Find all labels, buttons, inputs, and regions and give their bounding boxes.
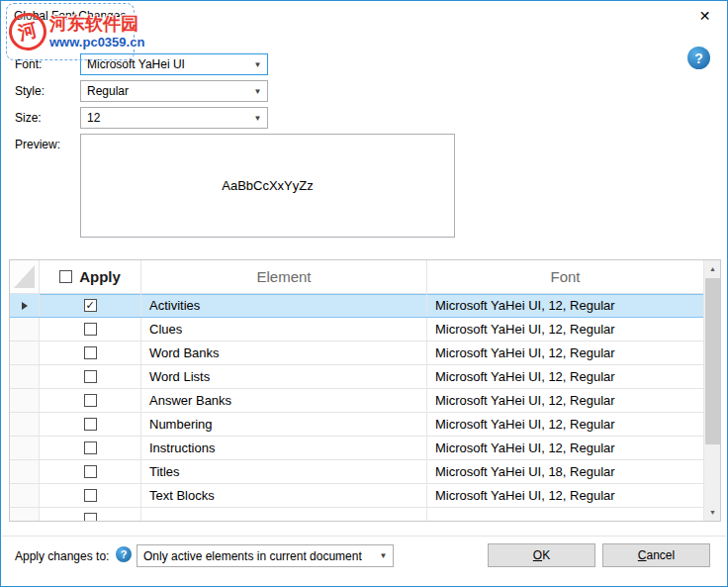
table-row[interactable]: Word BanksMicrosoft YaHei UI, 12, Regula… [10,342,703,365]
apply-cell [40,342,141,364]
watermark-site-name: 河东软件园 [49,14,144,35]
row-header-cell[interactable] [10,294,40,317]
font-cell: Microsoft YaHei UI, 12, Regular [427,342,703,364]
apply-checkbox[interactable] [84,323,97,336]
vertical-scrollbar[interactable]: ▲ ▼ [703,260,720,521]
table-row[interactable]: Text BlocksMicrosoft YaHei UI, 12, Regul… [10,484,703,508]
font-cell: Microsoft YaHei UI, 12, Regular [427,437,703,459]
chevron-down-icon: ▼ [375,546,392,565]
preview-box: AaBbCcXxYyZz [80,134,455,238]
table-row[interactable]: InstructionsMicrosoft YaHei UI, 12, Regu… [10,437,703,460]
apply-scope-value: Only active elements in current document [143,549,362,563]
font-cell: Microsoft YaHei UI, 18, Regular [427,460,703,483]
apply-cell: ✓ [40,294,141,317]
apply-cell [40,460,141,483]
style-select-value: Regular [87,84,129,98]
element-cell: Word Banks [141,342,427,364]
scrollbar-thumb[interactable] [705,278,720,444]
watermark-seal-icon: 河 [5,9,50,54]
apply-checkbox[interactable] [84,394,97,407]
apply-cell [40,484,141,507]
row-header-cell[interactable] [10,437,40,459]
font-cell: Microsoft YaHei UI, 12, Regular [427,484,703,507]
chevron-down-icon: ▼ [249,109,266,127]
font-cell: Microsoft YaHei UI, 12, Regular [427,389,703,412]
table-row[interactable]: TitlesMicrosoft YaHei UI, 18, Regular [10,460,703,484]
apply-checkbox[interactable] [84,465,97,478]
table-row[interactable]: ✓ActivitiesMicrosoft YaHei UI, 12, Regul… [10,294,703,318]
element-cell [141,508,427,521]
row-header-cell[interactable] [10,460,40,483]
preview-label: Preview: [15,138,60,151]
row-header-cell[interactable] [10,389,40,412]
table-row[interactable]: Word ListsMicrosoft YaHei UI, 12, Regula… [10,365,703,389]
apply-checkbox[interactable] [84,489,97,502]
help-icon[interactable]: ? [687,47,710,69]
apply-checkbox[interactable] [84,370,97,383]
size-select-value: 12 [87,111,100,125]
style-label: Style: [15,84,45,98]
size-select[interactable]: 12 ▼ [80,107,268,129]
scope-help-icon[interactable]: ? [116,546,132,562]
scroll-down-icon[interactable]: ▼ [704,504,721,521]
apply-header-label: Apply [79,268,121,285]
apply-checkbox[interactable] [84,418,97,431]
select-all-corner-cell[interactable] [10,260,40,293]
column-header-element[interactable]: Element [141,260,427,293]
table-row[interactable]: Answer BanksMicrosoft YaHei UI, 12, Regu… [10,389,703,413]
font-cell: Microsoft YaHei UI, 12, Regular [427,318,703,341]
apply-cell [40,508,141,521]
cancel-button[interactable]: Cancel [602,543,710,567]
watermark-text: 河东软件园 www.pc0359.cn [49,14,144,49]
row-header-cell[interactable] [10,508,40,521]
apply-checkbox[interactable]: ✓ [84,299,97,312]
font-cell: Microsoft YaHei UI, 12, Regular [427,365,703,388]
apply-cell [40,318,141,341]
corner-triangle-icon [14,265,35,288]
watermark: 河 河东软件园 www.pc0359.cn [6,3,135,60]
table-row[interactable] [10,508,703,521]
footer-divider [2,536,726,537]
apply-all-checkbox[interactable] [59,270,72,283]
table-row[interactable]: CluesMicrosoft YaHei UI, 12, Regular [10,318,703,342]
dialog-global-font-changes: Global Font Changes ✕ 河 河东软件园 www.pc0359… [0,0,728,587]
current-row-arrow-icon [22,302,28,310]
row-header-cell[interactable] [10,365,40,388]
apply-checkbox[interactable] [84,513,97,521]
apply-cell [40,389,141,412]
row-header-cell[interactable] [10,413,40,436]
apply-changes-to-label: Apply changes to: [15,549,109,563]
apply-checkbox[interactable] [84,346,97,359]
ok-rest: K [542,548,550,562]
style-select[interactable]: Regular ▼ [80,80,268,102]
row-header-cell[interactable] [10,318,40,341]
column-header-apply[interactable]: Apply [40,260,141,293]
column-header-font[interactable]: Font [427,260,703,293]
preview-sample-text: AaBbCcXxYyZz [222,178,313,193]
chevron-down-icon: ▼ [249,55,266,73]
table-header-row: Apply Element Font [10,260,703,294]
size-label: Size: [15,111,42,125]
row-header-cell[interactable] [10,484,40,507]
font-elements-table: Apply Element Font ✓ActivitiesMicrosoft … [9,259,721,522]
watermark-seal-char: 河 [16,17,41,47]
element-cell: Word Lists [141,365,427,388]
element-cell: Answer Banks [141,389,427,412]
apply-cell [40,413,141,436]
table-row[interactable]: NumberingMicrosoft YaHei UI, 12, Regular [10,413,703,437]
element-cell: Titles [141,460,427,483]
element-cell: Clues [141,318,427,341]
apply-checkbox[interactable] [84,441,97,454]
ok-accesskey: O [533,548,542,562]
apply-cell [40,437,141,459]
element-cell: Activities [141,294,427,317]
watermark-site-url: www.pc0359.cn [49,35,144,49]
apply-scope-select[interactable]: Only active elements in current document… [136,544,394,567]
scroll-up-icon[interactable]: ▲ [704,260,721,277]
ok-button[interactable]: OK [488,543,595,567]
font-cell: Microsoft YaHei UI, 12, Regular [427,413,703,436]
close-icon[interactable]: ✕ [682,1,727,30]
row-header-cell[interactable] [10,342,40,364]
element-cell: Numbering [141,413,427,436]
element-cell: Text Blocks [141,484,427,507]
